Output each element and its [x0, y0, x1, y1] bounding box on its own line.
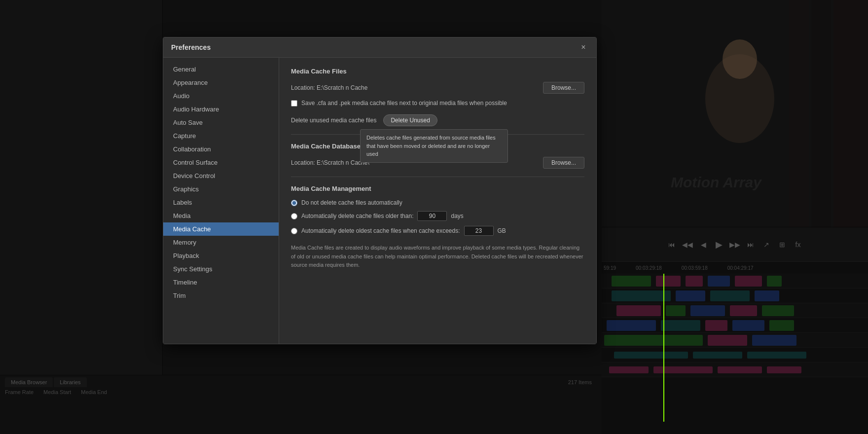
- nav-item-general[interactable]: General: [163, 63, 279, 76]
- preferences-nav: General Appearance Audio Audio Hardware …: [163, 58, 279, 344]
- nav-item-graphics[interactable]: Graphics: [163, 182, 279, 196]
- nav-item-media[interactable]: Media: [163, 209, 279, 222]
- radio-auto-older-row: Automatically delete cache files older t…: [291, 211, 584, 221]
- nav-item-control-surface[interactable]: Control Surface: [163, 156, 279, 169]
- preferences-dialog: Preferences × General Appearance Audio A…: [163, 37, 597, 344]
- days-input[interactable]: [417, 211, 447, 221]
- nav-item-collaboration[interactable]: Collaboration: [163, 143, 279, 156]
- nav-item-timeline[interactable]: Timeline: [163, 276, 279, 289]
- radio-auto-exceeds[interactable]: [291, 228, 297, 234]
- dialog-titlebar: Preferences ×: [163, 37, 596, 58]
- dialog-close-button[interactable]: ×: [579, 42, 588, 52]
- radio-no-delete-row: Do not delete cache files automatically: [291, 199, 584, 206]
- nav-item-trim[interactable]: Trim: [163, 289, 279, 302]
- radio-auto-exceeds-row: Automatically delete oldest cache files …: [291, 226, 584, 236]
- preferences-content: Media Cache Files Location: E:\Scratch n…: [279, 58, 596, 344]
- radio-auto-older-label: Automatically delete cache files older t…: [301, 213, 413, 219]
- radio-auto-exceeds-label: Automatically delete oldest cache files …: [301, 227, 460, 234]
- nav-item-audio[interactable]: Audio: [163, 89, 279, 103]
- save-cache-checkbox[interactable]: [291, 100, 297, 107]
- nav-item-labels[interactable]: Labels: [163, 196, 279, 209]
- dialog-overlay: Preferences × General Appearance Audio A…: [0, 0, 868, 434]
- save-cache-checkbox-row: Save .cfa and .pek media cache files nex…: [291, 100, 584, 107]
- dialog-body: General Appearance Audio Audio Hardware …: [163, 58, 596, 344]
- divider-2: [291, 177, 584, 177]
- nav-item-media-cache[interactable]: Media Cache: [163, 222, 279, 236]
- delete-unused-row: Delete unused media cache files Delete U…: [291, 114, 584, 126]
- section-media-cache-files-title: Media Cache Files: [291, 68, 584, 75]
- section-cache-management-title: Media Cache Management: [291, 185, 584, 192]
- info-text: Media Cache files are created to display…: [291, 244, 584, 270]
- cache-db-browse-button[interactable]: Browse...: [543, 157, 584, 169]
- delete-tooltip: Deletes cache files generated from sourc…: [360, 129, 508, 163]
- days-unit: days: [451, 213, 463, 219]
- nav-item-capture[interactable]: Capture: [163, 129, 279, 143]
- save-cache-label: Save .cfa and .pek media cache files nex…: [301, 100, 507, 107]
- nav-item-appearance[interactable]: Appearance: [163, 76, 279, 89]
- cache-db-location-text: Location: E:\Scratch n Cache\: [291, 159, 369, 166]
- nav-item-sync-settings[interactable]: Sync Settings: [163, 262, 279, 276]
- dialog-title: Preferences: [171, 43, 211, 51]
- cache-files-location-row: Location: E:\Scratch n Cache Browse...: [291, 82, 584, 94]
- radio-no-delete-label: Do not delete cache files automatically: [301, 199, 402, 206]
- nav-item-playback[interactable]: Playback: [163, 249, 279, 262]
- gb-input[interactable]: [464, 226, 494, 236]
- radio-auto-older[interactable]: [291, 213, 297, 219]
- nav-item-auto-save[interactable]: Auto Save: [163, 116, 279, 129]
- nav-item-device-control[interactable]: Device Control: [163, 169, 279, 182]
- nav-item-memory[interactable]: Memory: [163, 236, 279, 249]
- cache-files-location-text: Location: E:\Scratch n Cache: [291, 84, 367, 91]
- nav-item-audio-hardware[interactable]: Audio Hardware: [163, 103, 279, 116]
- delete-unused-label: Delete unused media cache files: [291, 117, 376, 124]
- gb-unit: GB: [498, 227, 506, 234]
- cache-files-browse-button[interactable]: Browse...: [543, 82, 584, 94]
- radio-no-delete[interactable]: [291, 200, 297, 206]
- delete-unused-button[interactable]: Delete Unused: [383, 114, 437, 126]
